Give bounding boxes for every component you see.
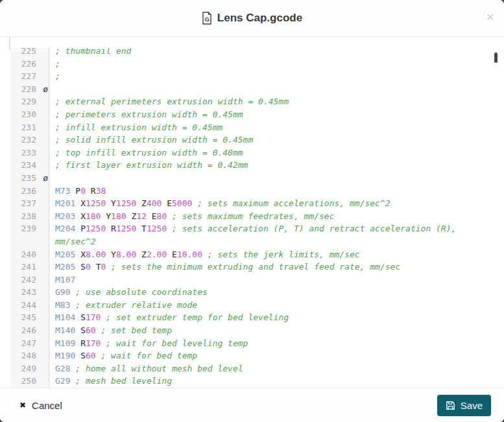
line-number: 234 xyxy=(10,159,49,172)
gcode-file-icon: G xyxy=(202,12,212,25)
code-line-text[interactable]: ; xyxy=(49,58,487,71)
code-line-text[interactable] xyxy=(49,172,487,185)
code-line[interactable]: 242M107 xyxy=(10,274,487,287)
code-line-text[interactable]: M205 S0 T0 ; sets the minimum extruding … xyxy=(49,261,487,274)
code-line[interactable]: 230; perimeters extrusion width = 0.45mm xyxy=(10,108,487,121)
edit-gcode-modal: G Lens Cap.gcode × 225; thumbnail end226… xyxy=(0,0,504,422)
line-number: 242 xyxy=(10,274,49,287)
line-number: 227 xyxy=(10,70,49,83)
code-line[interactable]: 244M83 ; extruder relative mode xyxy=(10,299,487,312)
code-line[interactable]: 236M73 P0 R38 xyxy=(10,185,487,198)
gcode-editor-body: 225; thumbnail end226;227;228ø229; exter… xyxy=(0,37,504,388)
scrollbar-thumb[interactable] xyxy=(494,53,498,63)
code-line-text[interactable]: M190 S60 ; wait for bed temp xyxy=(49,349,487,362)
code-line-text[interactable]: ; external perimeters extrusion width = … xyxy=(49,95,487,108)
code-line[interactable]: 227; xyxy=(10,70,487,83)
line-number: 239 xyxy=(10,222,49,248)
code-line[interactable]: 246M140 S60 ; set bed temp xyxy=(10,324,487,337)
code-line-text[interactable]: M203 X180 Y180 Z12 E80 ; sets maximum fe… xyxy=(49,210,487,223)
line-number: 247 xyxy=(10,337,49,350)
code-line[interactable]: 229; external perimeters extrusion width… xyxy=(10,95,487,108)
code-line-text[interactable]: ; xyxy=(49,70,487,83)
code-line[interactable]: 247M109 R170 ; wait for bed leveling tem… xyxy=(10,337,487,350)
code-line-text[interactable]: M73 P0 R38 xyxy=(49,185,487,198)
code-line[interactable]: 234; first layer extrusion width = 0.42m… xyxy=(10,159,487,172)
code-line[interactable]: 250G29 ; mesh bed leveling xyxy=(10,375,487,388)
line-number: 243 xyxy=(10,286,49,299)
line-number: 228ø xyxy=(10,83,49,96)
code-line-text[interactable]: M201 X1250 Y1250 Z400 E5000 ; sets maxim… xyxy=(49,197,487,210)
line-number: 226 xyxy=(10,58,49,71)
code-line[interactable]: 233; top infill extrusion width = 0.40mm xyxy=(10,147,487,159)
code-line[interactable]: 237M201 X1250 Y1250 Z400 E5000 ; sets ma… xyxy=(10,197,487,210)
code-line[interactable]: 249G28 ; home all without mesh bed level xyxy=(10,362,487,375)
code-line[interactable]: 243G90 ; use absolute coordinates xyxy=(10,286,487,299)
line-number: 248 xyxy=(10,349,49,362)
code-line-text[interactable]: ; thumbnail end xyxy=(49,48,487,58)
line-number: 249 xyxy=(10,362,49,375)
code-line-text[interactable]: M204 P1250 R1250 T1250 ; sets accelerati… xyxy=(49,222,487,248)
code-line[interactable]: 240M205 X8.00 Y8.00 Z2.00 E10.00 ; sets … xyxy=(10,248,487,261)
code-line-text[interactable]: M205 X8.00 Y8.00 Z2.00 E10.00 ; sets the… xyxy=(49,248,487,261)
code-line[interactable]: 239M204 P1250 R1250 T1250 ; sets acceler… xyxy=(10,222,487,248)
code-line-text[interactable]: M140 S60 ; set bed temp xyxy=(49,324,487,337)
code-line[interactable]: 245M104 S170 ; set extruder temp for bed… xyxy=(10,311,487,324)
line-number: 231 xyxy=(10,121,49,134)
code-line[interactable]: 226; xyxy=(10,58,487,71)
line-number: 235ø xyxy=(10,172,49,185)
special-char-marker: ø xyxy=(43,172,48,185)
save-floppy-icon xyxy=(446,401,455,410)
line-number: 232 xyxy=(10,134,49,147)
code-line-text[interactable]: G90 ; use absolute coordinates xyxy=(49,286,487,299)
code-line-text[interactable]: ; top infill extrusion width = 0.40mm xyxy=(49,147,487,159)
line-number: 229 xyxy=(10,95,49,108)
special-char-marker: ø xyxy=(43,83,48,96)
line-number: 238 xyxy=(10,210,49,223)
line-number: 225 xyxy=(10,48,49,58)
line-number: 250 xyxy=(10,375,49,388)
line-number: 241 xyxy=(10,261,49,274)
svg-text:G: G xyxy=(204,16,209,23)
code-line-text[interactable]: G28 ; home all without mesh bed level xyxy=(49,362,487,375)
code-line-text[interactable]: ; infill extrusion width = 0.45mm xyxy=(49,121,487,134)
line-number: 233 xyxy=(10,147,49,159)
code-editor[interactable]: 225; thumbnail end226;227;228ø229; exter… xyxy=(10,48,487,388)
code-line[interactable]: 232; solid infill extrusion width = 0.45… xyxy=(10,134,487,147)
modal-header: G Lens Cap.gcode × xyxy=(0,0,504,37)
line-number: 244 xyxy=(10,299,49,312)
modal-title-wrap: G Lens Cap.gcode xyxy=(202,12,302,25)
save-button[interactable]: Save xyxy=(437,395,491,416)
code-line-text[interactable]: M109 R170 ; wait for bed leveling temp xyxy=(49,337,487,350)
save-label: Save xyxy=(461,400,483,411)
line-number: 240 xyxy=(10,248,49,261)
code-line[interactable]: 238M203 X180 Y180 Z12 E80 ; sets maximum… xyxy=(10,210,487,223)
cancel-button[interactable]: ✖ Cancel xyxy=(19,400,62,411)
code-line-text[interactable]: ; solid infill extrusion width = 0.45mm xyxy=(49,134,487,147)
code-line[interactable]: 231; infill extrusion width = 0.45mm xyxy=(10,121,487,134)
code-line[interactable]: 235ø xyxy=(10,172,487,185)
line-number: 230 xyxy=(10,108,49,121)
code-line-text[interactable]: ; perimeters extrusion width = 0.45mm xyxy=(49,108,487,121)
code-line[interactable]: 228ø xyxy=(10,83,487,96)
code-line-text[interactable]: M107 xyxy=(49,274,487,287)
code-line[interactable]: 225; thumbnail end xyxy=(10,48,487,58)
line-number: 237 xyxy=(10,197,49,210)
line-number: 245 xyxy=(10,311,49,324)
code-line-text[interactable] xyxy=(49,83,487,96)
modal-title: Lens Cap.gcode xyxy=(217,12,302,25)
cancel-label: Cancel xyxy=(32,400,62,411)
code-lines: 225; thumbnail end226;227;228ø229; exter… xyxy=(10,48,487,388)
code-line-text[interactable]: ; first layer extrusion width = 0.42mm xyxy=(49,159,487,172)
line-number: 236 xyxy=(10,185,49,198)
code-line-text[interactable]: M104 S170 ; set extruder temp for bed le… xyxy=(49,311,487,324)
code-line-text[interactable]: M83 ; extruder relative mode xyxy=(49,299,487,312)
cancel-x-icon: ✖ xyxy=(19,401,26,410)
close-icon[interactable]: × xyxy=(486,10,494,23)
line-number: 246 xyxy=(10,324,49,337)
code-line[interactable]: 248M190 S60 ; wait for bed temp xyxy=(10,349,487,362)
modal-footer: ✖ Cancel Save xyxy=(0,388,504,422)
code-line-text[interactable]: G29 ; mesh bed leveling xyxy=(49,375,487,388)
code-line[interactable]: 241M205 S0 T0 ; sets the minimum extrudi… xyxy=(10,261,487,274)
